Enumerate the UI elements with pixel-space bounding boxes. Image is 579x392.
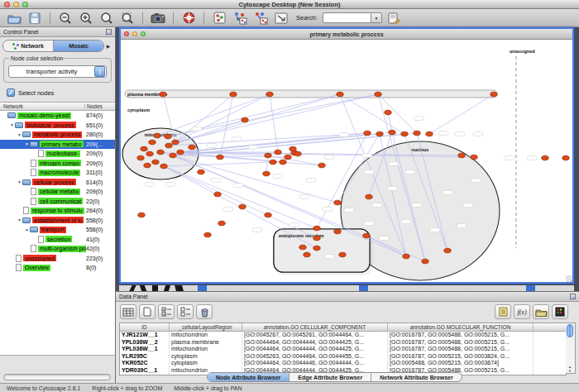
tree-row-cellular-metabo[interactable]: cellular metabo209(0)	[0, 187, 115, 197]
network-node[interactable]	[265, 153, 271, 158]
network-node[interactable]	[339, 252, 346, 257]
cell-annotation-go-molecular-function[interactable]: [GO:0016787, GO:0005215, GO:0003824, G..…	[388, 353, 534, 361]
network-node[interactable]	[422, 259, 428, 264]
column-header-id[interactable]: ID	[120, 323, 170, 331]
network-node[interactable]	[334, 200, 341, 205]
scrollbar-thumb[interactable]	[567, 324, 573, 337]
table-scrollbar[interactable]: ▲▼	[566, 323, 576, 374]
tree-row-secretion[interactable]: secretion41(0)	[0, 235, 115, 245]
network-edge[interactable]	[164, 166, 317, 238]
network-node[interactable]	[471, 155, 477, 160]
select-all-attributes-button[interactable]	[158, 304, 175, 319]
tree-row-response-to-stimulu[interactable]: response to stimulu264(0)	[0, 206, 115, 216]
unselect-all-attributes-button[interactable]	[177, 304, 194, 319]
network-node[interactable]	[294, 151, 301, 156]
network-node[interactable]	[189, 145, 195, 150]
expand-arrow-icon[interactable]: ▼	[17, 132, 22, 137]
network-node[interactable]	[375, 92, 381, 97]
cell-annotation-go-cellular-component[interactable]: [GO:0044464, GO:0044444, GO:0044425, G..…	[242, 339, 388, 347]
cell-cellularlayoutregion[interactable]: cytoplasm	[170, 360, 242, 367]
column-header-annotation-go-cellular-component[interactable]: annotation.GO CELLULAR_COMPONENT	[242, 323, 388, 331]
more-tabs-arrow[interactable]: ▶	[104, 43, 112, 49]
attribute-notes-button[interactable]	[495, 304, 511, 319]
network-node[interactable]	[160, 164, 167, 169]
tab-network[interactable]: Network	[3, 41, 54, 51]
network-node[interactable]	[376, 131, 383, 136]
network-node[interactable]	[444, 248, 451, 253]
annotation-button[interactable]	[272, 10, 290, 26]
network-node[interactable]	[458, 153, 465, 158]
network-node[interactable]	[214, 192, 221, 197]
tab-node-attribute-browser[interactable]: Node Attribute Browser	[208, 373, 290, 381]
tree-row-establishment-of-lo[interactable]: ▼establishment of lo558(0)	[0, 216, 115, 226]
network-node[interactable]	[290, 146, 296, 151]
network-edge[interactable]	[378, 94, 417, 133]
cell-annotation-go-cellular-component[interactable]: [GO:0044464, GO:0044444, GO:0044425, G..…	[242, 346, 388, 353]
cell-cellularlayoutregion[interactable]: cytoplasm	[170, 353, 242, 361]
tree-row-multi-organism-pro[interactable]: multi-organism pro42(0)	[0, 244, 115, 254]
column-header-annotation-go-molecular-function[interactable]: annotation.GO MOLECULAR_FUNCTION	[388, 323, 534, 331]
tree-row-transport[interactable]: ▼transport558(0)	[0, 225, 115, 235]
function-builder-button[interactable]: f(x)	[514, 304, 530, 319]
tab-network-attribute-browser[interactable]: Network Attribute Browser	[371, 373, 461, 381]
table-row-ykr052c[interactable]: YKR052Ccytoplasm[GO:0044464, GO:0044446,…	[120, 360, 566, 367]
network-node[interactable]	[172, 140, 179, 145]
tree-row-macromolecule[interactable]: macromolecule311(0)	[0, 168, 115, 178]
cell-annotation-go-molecular-function[interactable]: [GO:0016787, GO:0005488, GO:0005215, G..…	[388, 346, 534, 353]
select-nodes-checkbox[interactable]: ✓	[7, 88, 15, 97]
network-node[interactable]	[542, 155, 548, 160]
network-node[interactable]	[299, 245, 306, 250]
tree-row-primary-metabo[interactable]: ▼primary metabo209(...	[0, 140, 115, 150]
network-node[interactable]	[149, 140, 156, 145]
tree-row-nucleobase[interactable]: nucleobase-209(0)	[0, 149, 115, 159]
cell-annotation-go-molecular-function[interactable]: [GO:0016787, GO:0005488, GO:0005215, G..…	[388, 332, 534, 339]
network-node[interactable]	[403, 254, 409, 259]
network-node[interactable]	[218, 221, 225, 226]
new-attribute-button[interactable]	[139, 304, 156, 319]
search-input[interactable]	[323, 12, 371, 23]
network-node[interactable]	[313, 226, 320, 231]
network-window-titlebar[interactable]: primary metabolic process	[121, 29, 572, 40]
network-node[interactable]	[270, 160, 276, 165]
network-node[interactable]	[318, 163, 325, 168]
network-node[interactable]	[160, 92, 166, 97]
tree-row-mosaic-demo-yeast[interactable]: mosaic-demo-yeast874(0)	[0, 111, 115, 121]
vizmapper-button[interactable]	[210, 10, 228, 26]
network-node[interactable]	[313, 236, 320, 241]
network-node[interactable]	[401, 131, 408, 136]
cell-annotation-go-molecular-function[interactable]: [GO:0005488, GO:0005215, GO:0003674]	[388, 360, 534, 367]
float-panel-icon[interactable]	[106, 29, 112, 35]
import-attributes-button[interactable]	[533, 304, 549, 319]
tab-mosaic[interactable]: Mosaic	[54, 41, 103, 51]
tree-row-cellular-process[interactable]: ▼cellular process614(0)	[0, 178, 115, 188]
network-node[interactable]	[385, 110, 391, 115]
expand-arrow-icon[interactable]: ▼	[24, 141, 30, 146]
network-node[interactable]	[334, 229, 341, 234]
resize-grip[interactable]	[566, 275, 572, 282]
network-node[interactable]	[366, 194, 372, 199]
column-header-cellularlayoutregion[interactable]: _cellularLayoutRegion	[170, 323, 242, 331]
table-row-ypl036w-2[interactable]: YPL036W__2plasma membrane[GO:0044464, GO…	[120, 339, 566, 347]
network-node[interactable]	[157, 150, 164, 155]
cell-cellularlayoutregion[interactable]: mitochondrion	[170, 332, 242, 339]
zoom-out-button[interactable]	[56, 10, 74, 26]
network-node[interactable]	[263, 171, 270, 176]
cell-annotation-go-cellular-component[interactable]: [GO:0045267, GO:0045261, GO:0044464, G..…	[242, 332, 388, 339]
network-edge[interactable]	[164, 166, 317, 228]
select-columns-button[interactable]	[120, 304, 136, 319]
network-node[interactable]	[562, 155, 569, 160]
table-row-ypl036w-1[interactable]: YPL036W__1mitochondrion[GO:0044464, GO:0…	[120, 346, 566, 353]
network-node[interactable]	[146, 151, 153, 156]
network-node[interactable]	[217, 155, 223, 160]
scrollbar-arrows[interactable]: ▲▼	[566, 365, 574, 373]
network-node[interactable]	[230, 92, 237, 97]
network-node[interactable]	[165, 143, 172, 148]
table-row-yjr121w-1[interactable]: YJR121W__1mitochondrion[GO:0045267, GO:0…	[120, 332, 566, 339]
network-node[interactable]	[144, 163, 151, 168]
cell-cellularlayoutregion[interactable]: mitochondrion	[170, 346, 242, 353]
network-view-window[interactable]: primary metabolic process plasma membran…	[119, 27, 574, 284]
cell-id[interactable]: YPL036W__2	[120, 339, 170, 347]
network-node[interactable]	[389, 130, 395, 135]
network-node[interactable]	[204, 232, 211, 237]
network-node[interactable]	[165, 134, 171, 139]
